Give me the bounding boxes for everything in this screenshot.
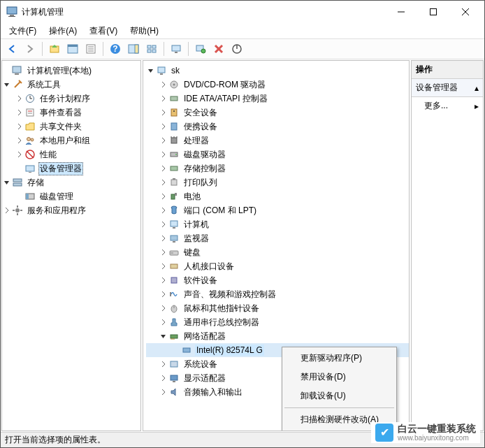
node-icon — [24, 107, 36, 118]
expand-icon[interactable] — [159, 108, 168, 117]
expand-icon[interactable] — [159, 136, 168, 145]
expand-icon[interactable] — [2, 80, 12, 89]
tree-item[interactable]: sk — [146, 64, 409, 78]
enable-button[interactable] — [229, 41, 245, 57]
properties-button[interactable] — [82, 41, 99, 57]
computer-icon-button[interactable] — [168, 41, 184, 57]
expand-icon[interactable] — [159, 80, 168, 89]
minimize-button[interactable] — [385, 1, 417, 22]
expand-icon[interactable] — [159, 261, 168, 271]
expand-icon[interactable] — [159, 387, 168, 397]
expand-icon[interactable] — [159, 205, 168, 215]
svg-rect-89 — [183, 348, 190, 352]
up-button[interactable] — [46, 41, 63, 57]
tree-item[interactable]: 软件设备 — [146, 273, 409, 287]
svg-rect-61 — [171, 138, 177, 143]
expand-icon[interactable] — [159, 233, 168, 243]
expand-icon[interactable] — [159, 247, 168, 257]
tree-item[interactable]: 打印队列 — [146, 175, 409, 189]
tree-item-label: 电池 — [182, 190, 202, 203]
tree-item[interactable]: 计算机 — [146, 217, 409, 231]
tree-item[interactable]: 通用串行总线控制器 — [146, 315, 409, 329]
tree-item[interactable]: 系统工具 — [2, 78, 140, 92]
tree-item[interactable]: 共享文件夹 — [2, 120, 140, 133]
help-button[interactable]: ? — [107, 41, 124, 57]
expand-icon[interactable] — [15, 150, 24, 159]
menu-view[interactable]: 查看(V) — [84, 24, 123, 38]
tree-item[interactable]: 事件查看器 — [2, 106, 140, 120]
svg-point-38 — [27, 138, 31, 141]
tree-item[interactable]: 磁盘管理 — [2, 189, 140, 203]
expand-icon[interactable] — [159, 359, 168, 369]
tree-item[interactable]: 端口 (COM 和 LPT) — [146, 203, 409, 217]
tree-item[interactable]: 电池 — [146, 189, 409, 203]
expand-icon[interactable] — [159, 94, 168, 103]
tree-item[interactable]: 声音、视频和游戏控制器 — [146, 287, 409, 301]
view-button[interactable] — [143, 41, 160, 57]
actions-section[interactable]: 设备管理器 ▴ — [412, 79, 483, 97]
result-pane[interactable]: skDVD/CD-ROM 驱动器IDE ATA/ATAPI 控制器安全设备便携设… — [143, 60, 410, 431]
tree-item[interactable]: 磁盘驱动器 — [146, 147, 409, 161]
node-icon — [168, 191, 180, 202]
expand-icon[interactable] — [146, 66, 156, 75]
tree-item[interactable]: 性能 — [2, 147, 140, 161]
close-button[interactable] — [449, 1, 482, 22]
tree-item[interactable]: 任务计划程序 — [2, 92, 140, 106]
tree-item[interactable]: 本地用户和组 — [2, 133, 140, 147]
ctx-update-driver[interactable]: 更新驱动程序(P) — [284, 349, 395, 368]
tree-item-label: IDE ATA/ATAPI 控制器 — [182, 92, 269, 106]
node-icon — [168, 386, 180, 398]
tree-item[interactable]: 人机接口设备 — [146, 259, 409, 273]
expand-icon[interactable] — [159, 178, 168, 187]
expand-icon[interactable] — [159, 192, 168, 201]
menu-help[interactable]: 帮助(H) — [124, 24, 164, 38]
no-expand — [171, 345, 181, 355]
tree-item[interactable]: 监视器 — [146, 231, 409, 245]
tree-item[interactable]: IDE ATA/ATAPI 控制器 — [146, 92, 409, 106]
actions-more[interactable]: 更多... ▸ — [412, 97, 483, 115]
tree-item[interactable]: 鼠标和其他指针设备 — [146, 301, 409, 315]
menu-action[interactable]: 操作(A) — [43, 24, 82, 38]
tree-item[interactable]: 存储 — [2, 175, 140, 189]
tree-item[interactable]: DVD/CD-ROM 驱动器 — [146, 78, 409, 92]
expand-icon[interactable] — [159, 164, 168, 173]
remove-button[interactable] — [210, 41, 227, 57]
expand-icon[interactable] — [2, 205, 12, 215]
svg-rect-45 — [13, 183, 22, 186]
expand-icon[interactable] — [159, 122, 168, 131]
scan-hardware-button[interactable] — [192, 41, 209, 57]
expand-icon[interactable] — [2, 178, 12, 187]
tree-item[interactable]: 处理器 — [146, 133, 409, 147]
forward-button[interactable] — [22, 41, 38, 57]
expand-icon[interactable] — [159, 219, 168, 229]
expand-icon[interactable] — [159, 331, 168, 341]
tree-item[interactable]: 存储控制器 — [146, 161, 409, 175]
tree-item[interactable]: 便携设备 — [146, 120, 409, 133]
expand-icon[interactable] — [159, 289, 168, 299]
expand-icon[interactable] — [159, 303, 168, 313]
tree-item-label: DVD/CD-ROM 驱动器 — [182, 78, 267, 92]
action-pane-button[interactable] — [125, 41, 142, 57]
expand-icon[interactable] — [15, 94, 24, 103]
ctx-disable-device[interactable]: 禁用设备(D) — [284, 368, 395, 386]
show-hide-tree-button[interactable] — [64, 41, 81, 57]
back-button[interactable] — [3, 41, 20, 57]
expand-icon[interactable] — [159, 150, 168, 159]
tree-item[interactable]: 安全设备 — [146, 106, 409, 120]
expand-icon[interactable] — [15, 122, 24, 131]
expand-icon[interactable] — [15, 108, 24, 117]
tree-item[interactable]: 服务和应用程序 — [2, 203, 140, 217]
ctx-uninstall-device[interactable]: 卸载设备(U) — [284, 386, 395, 405]
expand-icon[interactable] — [15, 136, 24, 145]
scope-pane[interactable]: 计算机管理(本地)系统工具任务计划程序事件查看器共享文件夹本地用户和组性能设备管… — [1, 60, 141, 431]
maximize-button[interactable] — [417, 1, 449, 22]
svg-rect-9 — [68, 45, 78, 47]
expand-icon[interactable] — [159, 275, 168, 285]
tree-item[interactable]: 设备管理器 — [2, 161, 140, 175]
menu-file[interactable]: 文件(F) — [3, 24, 42, 38]
expand-icon[interactable] — [159, 317, 168, 327]
tree-item[interactable]: 键盘 — [146, 245, 409, 259]
tree-item[interactable]: 计算机管理(本地) — [2, 64, 140, 78]
tree-item[interactable]: 网络适配器 — [146, 329, 409, 343]
expand-icon[interactable] — [159, 373, 168, 383]
